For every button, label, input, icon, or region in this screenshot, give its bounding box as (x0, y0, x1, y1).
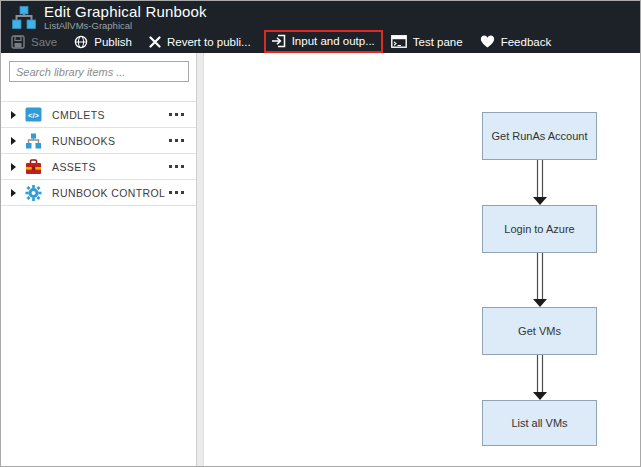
command-bar: Save Publish Revert to publi... (1, 30, 640, 53)
pane-divider (197, 53, 204, 466)
node-label: List all VMs (511, 417, 567, 429)
save-icon (11, 35, 25, 49)
runbook-canvas[interactable]: Get RunAs Account Login to Azure Get VMs… (204, 53, 640, 466)
node-label: Get RunAs Account (492, 130, 588, 142)
activity-node-get-runas-account[interactable]: Get RunAs Account (482, 112, 597, 160)
revert-x-icon (149, 36, 161, 48)
input-output-button[interactable]: Input and outp... (271, 34, 375, 48)
sidebar-item-label: ASSETS (52, 161, 169, 173)
test-pane-label: Test pane (413, 36, 463, 48)
publish-globe-icon (74, 35, 88, 49)
input-output-label: Input and outp... (292, 35, 375, 47)
library-list: </> CMDLETS (1, 101, 196, 206)
sidebar-item-assets[interactable]: ASSETS (1, 154, 196, 180)
activity-node-list-all-vms[interactable]: List all VMs (482, 400, 597, 446)
header: Edit Graphical Runbook ListAllVMs-Graphi… (1, 1, 640, 30)
expand-arrow-icon[interactable] (11, 111, 16, 119)
feedback-label: Feedback (501, 36, 552, 48)
expand-arrow-icon[interactable] (11, 163, 16, 171)
node-label: Get VMs (518, 325, 561, 337)
save-label: Save (31, 36, 57, 48)
search-input[interactable] (9, 61, 189, 82)
expand-arrow-icon[interactable] (11, 189, 16, 197)
sidebar-item-runbooks[interactable]: RUNBOOKS (1, 128, 196, 154)
connector-2[interactable] (533, 253, 547, 307)
item-menu-button[interactable] (169, 135, 184, 146)
app-window: Edit Graphical Runbook ListAllVMs-Graphi… (0, 0, 641, 467)
test-pane-button[interactable]: Test pane (391, 35, 463, 48)
sidebar-item-cmdlets[interactable]: </> CMDLETS (1, 102, 196, 128)
publish-button[interactable]: Publish (74, 35, 132, 49)
runbook-hierarchy-icon (11, 6, 37, 30)
revert-label: Revert to publi... (167, 36, 251, 48)
sidebar-item-label: CMDLETS (52, 109, 169, 121)
library-sidebar: </> CMDLETS (1, 53, 197, 466)
top-bar: Edit Graphical Runbook ListAllVMs-Graphi… (1, 1, 640, 53)
item-menu-button[interactable] (169, 187, 184, 198)
revert-button[interactable]: Revert to publi... (149, 36, 251, 48)
activity-node-get-vms[interactable]: Get VMs (482, 307, 597, 355)
feedback-heart-icon (480, 35, 495, 48)
svg-text:</>: </> (28, 111, 39, 120)
save-button[interactable]: Save (11, 35, 57, 49)
item-menu-button[interactable] (169, 161, 184, 172)
title-block: Edit Graphical Runbook ListAllVMs-Graphi… (44, 4, 207, 31)
sidebar-item-runbook-control[interactable]: RUNBOOK CONTROL (1, 180, 196, 206)
item-menu-button[interactable] (169, 109, 184, 120)
sidebar-item-label: RUNBOOK CONTROL (52, 187, 169, 199)
input-output-icon (271, 34, 286, 48)
content-area: </> CMDLETS (1, 53, 640, 466)
runbooks-hierarchy-icon (25, 132, 42, 149)
assets-toolbox-icon (25, 158, 42, 175)
test-pane-icon (391, 35, 407, 48)
page-subtitle: ListAllVMs-Graphical (44, 21, 207, 31)
node-label: Login to Azure (504, 223, 574, 235)
runbook-control-gear-icon (25, 184, 42, 201)
connector-3[interactable] (533, 355, 547, 400)
highlight-box: Input and outp... (264, 30, 383, 53)
activity-node-login-to-azure[interactable]: Login to Azure (482, 205, 597, 253)
page-title: Edit Graphical Runbook (44, 4, 207, 20)
publish-label: Publish (94, 36, 132, 48)
feedback-button[interactable]: Feedback (480, 35, 552, 48)
cmdlets-code-icon: </> (25, 106, 42, 123)
sidebar-item-label: RUNBOOKS (52, 135, 169, 147)
expand-arrow-icon[interactable] (11, 137, 16, 145)
connector-1[interactable] (533, 160, 547, 205)
search-wrap (1, 53, 196, 91)
